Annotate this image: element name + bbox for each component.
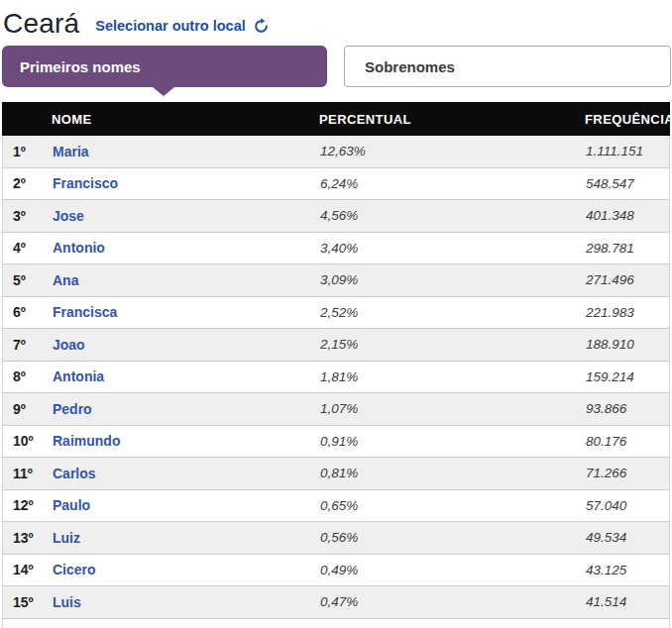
rank-cell: 6º bbox=[3, 304, 53, 320]
table-row: 10ºRaimundo0,91%80.176 bbox=[2, 426, 670, 459]
frequency-cell: 49.534 bbox=[586, 530, 669, 545]
frequency-cell: 57.040 bbox=[586, 498, 669, 513]
rank-cell: 1º bbox=[3, 144, 53, 159]
percent-cell: 0,56% bbox=[320, 530, 586, 545]
tab-bar: Primeiros nomes Sobrenomes bbox=[0, 46, 672, 97]
table-body: 1ºMaria12,63%1.111.1512ºFrancisco6,24%54… bbox=[2, 136, 670, 619]
frequency-cell: 221.983 bbox=[586, 305, 669, 320]
refresh-icon[interactable] bbox=[253, 18, 270, 35]
rank-cell: 14º bbox=[3, 562, 53, 577]
table-row: 14ºCicero0,49%43.125 bbox=[2, 555, 670, 587]
percent-cell: 6,24% bbox=[320, 176, 586, 191]
frequency-cell: 401.348 bbox=[586, 208, 669, 223]
frequency-cell: 188.910 bbox=[586, 337, 669, 352]
name-link[interactable]: Pedro bbox=[53, 401, 320, 417]
rank-cell: 10º bbox=[3, 433, 53, 449]
frequency-cell: 41.514 bbox=[586, 594, 669, 609]
name-link[interactable]: Antonia bbox=[53, 368, 320, 384]
name-link[interactable]: Jose bbox=[53, 208, 320, 224]
rank-cell: 9º bbox=[3, 401, 53, 417]
name-link[interactable]: Francisco bbox=[53, 175, 320, 191]
rank-cell: 15º bbox=[3, 594, 53, 610]
table-row: 9ºPedro1,07%93.866 bbox=[2, 393, 670, 426]
tab-first-names-label: Primeiros nomes bbox=[20, 58, 141, 75]
percent-cell: 3,40% bbox=[320, 241, 586, 256]
frequency-cell: 93.866 bbox=[586, 401, 669, 416]
frequency-cell: 271.496 bbox=[586, 272, 669, 287]
name-link[interactable]: Carlos bbox=[53, 466, 320, 481]
tab-first-names[interactable]: Primeiros nomes bbox=[2, 46, 327, 87]
name-link[interactable]: Joao bbox=[53, 337, 320, 353]
rank-cell: 5º bbox=[3, 272, 53, 288]
percent-cell: 0,81% bbox=[320, 466, 586, 480]
table-row: 11ºCarlos0,81%71.266 bbox=[2, 458, 670, 490]
rank-cell: 7º bbox=[3, 337, 53, 353]
name-link[interactable]: Raimundo bbox=[53, 433, 320, 449]
name-link[interactable]: Cicero bbox=[53, 562, 320, 577]
name-link[interactable]: Francisca bbox=[53, 304, 320, 320]
rank-cell: 11º bbox=[3, 466, 53, 481]
tab-surnames-label: Sobrenomes bbox=[365, 58, 455, 75]
percent-cell: 0,91% bbox=[320, 434, 586, 449]
percent-column-header: PERCENTUAL bbox=[319, 112, 585, 127]
frequency-cell: 43.125 bbox=[586, 563, 669, 577]
rank-cell: 12º bbox=[3, 497, 53, 513]
table-row: 1ºMaria12,63%1.111.151 bbox=[2, 136, 670, 168]
table-row: 12ºPaulo0,65%57.040 bbox=[2, 490, 670, 523]
percent-cell: 0,49% bbox=[320, 563, 586, 577]
name-link[interactable]: Maria bbox=[53, 144, 320, 159]
percent-cell: 2,52% bbox=[320, 305, 586, 320]
rank-cell: 8º bbox=[3, 368, 53, 384]
percent-cell: 1,07% bbox=[320, 401, 586, 416]
frequency-cell: 1.111.151 bbox=[586, 144, 669, 158]
table-row: 8ºAntonia1,81%159.214 bbox=[2, 362, 670, 394]
frequency-column-header: FREQUÊNCIA bbox=[585, 112, 670, 127]
percent-cell: 4,56% bbox=[320, 208, 586, 223]
name-link[interactable]: Paulo bbox=[53, 497, 320, 513]
rank-cell: 3º bbox=[3, 208, 53, 224]
percent-cell: 0,47% bbox=[320, 594, 586, 609]
select-other-location-link[interactable]: Selecionar outro local bbox=[95, 18, 270, 35]
frequency-cell: 548.547 bbox=[586, 176, 669, 191]
name-link[interactable]: Luis bbox=[53, 594, 320, 610]
percent-cell: 1,81% bbox=[320, 369, 586, 384]
page-header: Ceará Selecionar outro local bbox=[0, 0, 672, 42]
name-link[interactable]: Ana bbox=[53, 272, 320, 288]
table-row: 3ºJose4,56%401.348 bbox=[2, 200, 670, 233]
table-row: 13ºLuiz0,56%49.534 bbox=[2, 522, 670, 555]
percent-cell: 2,15% bbox=[320, 337, 586, 352]
tab-surnames[interactable]: Sobrenomes bbox=[344, 46, 671, 87]
percent-cell: 12,63% bbox=[320, 144, 586, 158]
table-row: 15ºLuis0,47%41.514 bbox=[2, 586, 670, 619]
percent-cell: 0,65% bbox=[320, 498, 586, 513]
rank-cell: 13º bbox=[3, 530, 53, 546]
name-link[interactable]: Luiz bbox=[53, 530, 320, 546]
name-column-header: NOME bbox=[52, 112, 319, 127]
table-row: 6ºFrancisca2,52%221.983 bbox=[2, 297, 670, 330]
table-row: 5ºAna3,09%271.496 bbox=[2, 264, 670, 297]
percent-cell: 3,09% bbox=[320, 272, 586, 287]
rank-cell: 2º bbox=[3, 175, 53, 191]
table-header-row: NOME PERCENTUAL FREQUÊNCIA bbox=[2, 102, 670, 136]
table-row: 2ºFrancisco6,24%548.547 bbox=[2, 168, 670, 201]
table-row-partial bbox=[2, 619, 670, 628]
select-other-location-label: Selecionar outro local bbox=[95, 18, 246, 34]
table-row: 7ºJoao2,15%188.910 bbox=[2, 329, 670, 362]
frequency-cell: 80.176 bbox=[586, 434, 669, 449]
names-table: NOME PERCENTUAL FREQUÊNCIA 1ºMaria12,63%… bbox=[2, 102, 670, 628]
rank-cell: 4º bbox=[3, 240, 53, 256]
table-row: 4ºAntonio3,40%298.781 bbox=[2, 233, 670, 265]
frequency-cell: 298.781 bbox=[586, 241, 669, 256]
frequency-cell: 159.214 bbox=[586, 369, 669, 384]
name-link[interactable]: Antonio bbox=[53, 240, 320, 256]
page-title: Ceará bbox=[3, 8, 79, 40]
frequency-cell: 71.266 bbox=[586, 466, 669, 480]
